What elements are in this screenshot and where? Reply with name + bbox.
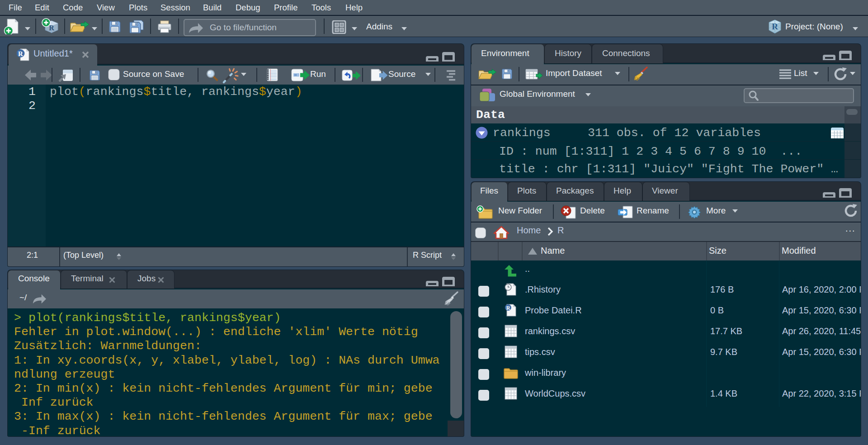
svg-text:R: R — [18, 50, 23, 57]
svg-text:R: R — [506, 305, 510, 311]
svg-text:R: R — [772, 22, 778, 31]
